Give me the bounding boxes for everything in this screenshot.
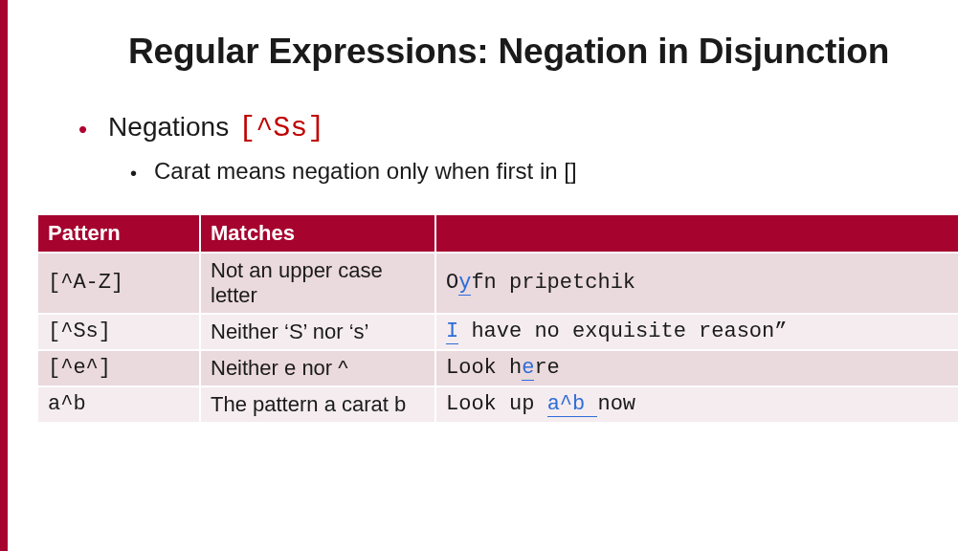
cell-desc: Neither ‘S’ nor ‘s’ [200,314,435,350]
cell-example: Look here [435,350,959,386]
table-row: a^b The pattern a carat b Look up a^b no… [37,386,959,423]
bullet-dot-icon: • [78,117,87,142]
accent-bar [0,0,8,551]
table-row: [^Ss] Neither ‘S’ nor ‘s’ I have no exqu… [37,314,959,350]
bullet-code: [^Ss] [238,112,324,144]
bullet-text: Negations [108,112,229,143]
ex-post: re [534,356,559,380]
table-header-row: Pattern Matches [37,214,959,253]
cell-example: I have no exquisite reason” [435,314,959,350]
ex-post: fn pripetchik [471,271,635,295]
cell-desc: The pattern a carat b [200,386,435,423]
ex-highlight: a^b [547,392,598,417]
ex-pre: O [446,271,458,295]
ex-highlight: I [446,320,458,344]
cell-example: Look up a^b now [435,386,959,423]
ex-pre: Look up [446,392,547,416]
ex-post: now [597,392,635,416]
cell-pattern: a^b [37,386,200,423]
table-row: [^A-Z] Not an upper case letter Oyfn pri… [37,253,959,314]
header-pattern: Pattern [37,214,200,253]
header-matches: Matches [200,214,435,253]
cell-pattern: [^Ss] [37,314,200,350]
cell-desc: Neither e nor ^ [200,350,435,386]
bullet-text: Carat means negation only when first in … [154,158,577,185]
bullet-dot-icon: • [130,163,137,185]
slide-body: Regular Expressions: Negation in Disjunc… [8,0,980,551]
slide-title: Regular Expressions: Negation in Disjunc… [36,33,967,72]
ex-highlight: e [522,356,534,381]
cell-example: Oyfn pripetchik [435,253,959,314]
table-row: [^e^] Neither e nor ^ Look here [37,350,959,386]
header-example [435,214,959,253]
bullet-negations: • Negations [^Ss] [78,112,967,144]
cell-pattern: [^e^] [37,350,200,386]
ex-post: have no exquisite reason” [458,320,787,343]
ex-highlight: y [458,271,471,296]
bullet-carat-note: • Carat means negation only when first i… [78,158,967,185]
cell-desc: Not an upper case letter [200,253,435,314]
cell-pattern: [^A-Z] [37,253,200,314]
bullet-list: • Negations [^Ss] • Carat means negation… [36,112,967,185]
regex-table: Pattern Matches [^A-Z] Not an upper case… [36,213,960,424]
ex-pre: Look h [446,356,522,380]
